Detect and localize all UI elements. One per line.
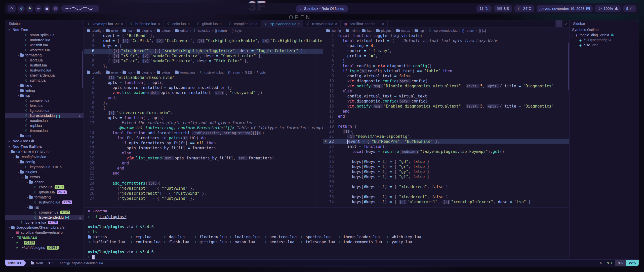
module-updates[interactable]: 11↻ xyxy=(476,5,491,12)
module-keyboard-layout[interactable]: ⌨US xyxy=(494,5,512,12)
tree-item[interactable]: ☾smart-splits.lua xyxy=(5,32,84,38)
module-date[interactable]: jueves, noviembre 16, 2023 xyxy=(537,5,593,12)
tree-item[interactable]: ☾undotree.lua xyxy=(5,38,84,43)
quick-link-button[interactable]: ∞ xyxy=(35,5,42,12)
breadcrumb-item[interactable]: {}return xyxy=(228,71,240,74)
tree-item[interactable]: >_~/.c/n/l/plugins#3980 xyxy=(5,245,84,250)
tree-item[interactable]: ☾color.lua#493 xyxy=(5,185,84,190)
close-icon[interactable]: × xyxy=(335,22,337,26)
tree-item[interactable]: ▾extras xyxy=(5,175,84,180)
tab-color-lua[interactable]: ☾color.lua× xyxy=(164,20,193,27)
tree-item[interactable]: ☾bufferline.lua#328 xyxy=(5,220,84,225)
tree-item[interactable]: ☾sqlfmt.lua xyxy=(5,78,84,83)
tree-item[interactable]: ☾shellharden.lua xyxy=(5,73,84,78)
quick-flag-button[interactable]: ⚑ xyxy=(26,5,33,12)
tree-item[interactable]: ▾Juegos/Indies/SteamLibrary/st xyxy=(5,225,84,230)
scribble-widget[interactable] xyxy=(61,5,99,12)
breadcrumb-item[interactable]: nvim xyxy=(106,71,118,74)
tree-item[interactable]: ☾lsp-extended.lu[+]⊙ xyxy=(5,113,84,118)
tabpage-2[interactable]: 2 xyxy=(562,20,569,27)
tree-item[interactable]: >_TERMINALS xyxy=(5,235,84,240)
tree-item[interactable]: ☾winshift.lua xyxy=(5,43,84,48)
breadcrumb-item[interactable]: lua xyxy=(123,71,132,74)
tree-item[interactable]: ▾config xyxy=(5,159,84,164)
tabpage-1[interactable]: 1 xyxy=(555,20,562,27)
close-icon[interactable]: × xyxy=(382,22,384,26)
breadcrumb-item[interactable]: lsp xyxy=(415,29,424,32)
breadcrumb-item[interactable]: {}[2] xyxy=(245,71,252,74)
outline-item[interactable]: ◈ifif type(config.vi xyxy=(570,38,639,43)
tab-lsp-extended-lua[interactable]: ☾lsp-extended.lua● xyxy=(261,20,303,27)
tab-scrollbar-handle-[interactable]: ▦scrollbar-handle-…× xyxy=(341,20,388,27)
tree-section-header[interactable]: ▾Neo-Tree Buffers xyxy=(5,144,84,149)
tree-item[interactable]: ☾compiler.lua xyxy=(5,98,84,103)
tree-item[interactable]: ☾neodim.lua xyxy=(5,118,84,123)
breadcrumb-item[interactable]: {}return xyxy=(462,29,474,32)
breadcrumb-item[interactable]: ƒopts xyxy=(256,71,266,74)
tree-item[interactable]: ☾rustfmt.lua xyxy=(5,63,84,68)
breadcrumb-item[interactable]: ☾rustywind.lua xyxy=(199,71,224,74)
tab-keymaps-lua[interactable]: ☾keymaps.lua⚠3× xyxy=(84,20,127,27)
breadcrumb-item[interactable]: formatting xyxy=(175,71,195,74)
tree-item[interactable]: ▸lang xyxy=(5,83,84,88)
tree-item[interactable]: ☾lens.lua xyxy=(5,103,84,108)
tree-item[interactable]: ☾worktree.lua xyxy=(5,48,84,53)
breadcrumb-item[interactable]: {}keys xyxy=(231,29,242,32)
tree-item[interactable]: ☾lsp-extended.lu[+]⊙ xyxy=(5,215,84,220)
tree-item[interactable]: ▾formatting xyxy=(5,195,84,200)
tree-item[interactable]: ▾formatting xyxy=(5,53,84,58)
close-icon[interactable]: × xyxy=(220,22,222,26)
tree-item[interactable]: ☾github.lua#654 xyxy=(5,190,84,195)
tree-item[interactable]: ▾editor xyxy=(5,180,84,185)
terminal-output[interactable]: ›cd lua/plugins/nvim/lua/plugins via ☾ v… xyxy=(84,214,569,260)
tab-rustywind-lua[interactable]: ☾rustywind.lua× xyxy=(303,20,341,27)
tree-item[interactable]: ☾timeout.lua xyxy=(5,128,84,133)
tree-item[interactable]: ☾rustywind.lua#726 xyxy=(5,200,84,205)
breadcrumb-item[interactable]: plugins xyxy=(376,29,391,32)
tree-item[interactable]: ☾compiler.lua#682 xyxy=(5,210,84,215)
tree-item[interactable]: ☾keymaps.lua#10⚠ xyxy=(5,164,84,169)
tree-item[interactable]: ☾rustywind.lua xyxy=(5,68,84,73)
launcher-button[interactable]: ^ xyxy=(8,5,16,12)
breadcrumb-item[interactable]: extras xyxy=(396,29,410,32)
breadcrumb-item[interactable]: extras xyxy=(157,71,171,74)
music-player-widget[interactable]: ♪ Spiritbox - Rule Of Nines xyxy=(296,5,348,12)
tree-item[interactable]: ▾.config/nvim/lua xyxy=(5,154,84,159)
file-explorer[interactable]: ▾Neo-Tree☾smart-splits.lua☾undotree.lua☾… xyxy=(5,27,84,259)
tree-item[interactable]: ▸linting xyxy=(5,88,84,93)
editor-pane-top[interactable]: 3 event = { "BufRead" },4 cmd = { [1]"Cc… xyxy=(84,33,323,69)
tree-section-header[interactable]: ▸Neo-Tree Git xyxy=(5,138,84,144)
tree-item[interactable]: ▾lsp xyxy=(5,205,84,210)
quick-undo-button[interactable]: ↺ xyxy=(18,5,25,12)
tree-item[interactable]: ☾repl.lua xyxy=(5,123,84,128)
breadcrumb-item[interactable]: plugins xyxy=(137,71,152,74)
close-icon[interactable]: × xyxy=(121,22,123,26)
tree-item[interactable]: ▾plugins xyxy=(5,169,84,175)
breadcrumb-item[interactable]: lua xyxy=(362,29,371,32)
tab-compiler-lua[interactable]: ☾compiler.lua× xyxy=(225,20,261,27)
module-volume[interactable]: 100% xyxy=(595,5,621,12)
quick-copy-button[interactable]: ▣ xyxy=(44,5,50,12)
close-icon[interactable]: × xyxy=(158,22,160,26)
tab-bufferline-lua[interactable]: ☾bufferline.lua× xyxy=(127,20,164,27)
outline-item[interactable]: ◈elseelse xyxy=(570,43,639,48)
close-icon[interactable]: × xyxy=(255,22,257,26)
sidebar-scrollbar-thumb[interactable] xyxy=(82,51,83,88)
editor-scrollbar-thumb[interactable] xyxy=(568,43,569,90)
breadcrumb-item[interactable]: nvim xyxy=(106,29,118,32)
breadcrumb-item[interactable]: .config xyxy=(326,29,341,32)
close-icon[interactable]: × xyxy=(188,22,190,26)
quick-file-button[interactable]: ▤ xyxy=(52,5,59,12)
tab-github-lua[interactable]: ☾github.lua× xyxy=(193,20,225,27)
module-timer[interactable]: 9◷ xyxy=(623,5,636,12)
tree-item[interactable]: ▸test xyxy=(5,133,84,138)
breadcrumb-item[interactable]: plugins xyxy=(137,29,152,32)
breadcrumb-item[interactable]: extras xyxy=(157,29,171,32)
symbols-outline[interactable]: ▾ƒtoggle_diag_virtextfu◈ifif type(config… xyxy=(570,32,639,48)
breadcrumb-item[interactable]: {}[1] xyxy=(479,29,486,32)
breadcrumb-item[interactable]: lua xyxy=(123,29,132,32)
breadcrumb-item[interactable]: nvim xyxy=(346,29,357,32)
tree-section-header[interactable]: ▾Neo-Tree xyxy=(5,27,84,32)
tree-item[interactable]: ▦scrollbar-handle-vertical.p xyxy=(5,230,84,235)
tree-item[interactable]: ☾isort.lua xyxy=(5,58,84,63)
